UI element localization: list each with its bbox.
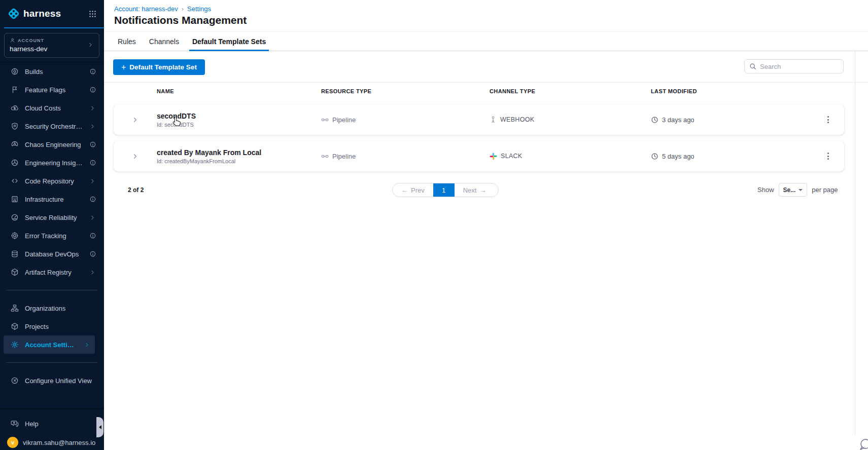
sidebar-item-label: Projects (25, 323, 96, 330)
sidebar-item-label: Chaos Engineering (25, 141, 83, 148)
artifact-registry-icon (10, 268, 19, 277)
sidebar-item-error-tracking[interactable]: Error Tracking (0, 227, 104, 245)
template-set-id: Id: secondDTS (157, 122, 321, 128)
kebab-menu-button[interactable] (824, 149, 832, 163)
expand-chevron-icon[interactable] (114, 116, 157, 124)
info-icon[interactable] (89, 196, 96, 203)
sidebar-item-label: Security Orchestrat... (25, 123, 83, 130)
toolbar: + Default Template Set (104, 52, 868, 82)
last-modified-label: 3 days ago (662, 116, 695, 124)
cloud-costs-icon (10, 104, 19, 113)
info-icon[interactable] (89, 68, 96, 76)
tab-channels[interactable]: Channels (149, 32, 179, 51)
main-content: Account: harness-dev › Settings Notifica… (104, 0, 868, 450)
sidebar-collapse-handle[interactable] (96, 417, 103, 437)
page-number-button[interactable]: 1 (433, 183, 455, 197)
sidebar-item-label: Engineering Insights (25, 159, 83, 167)
sidebar-item-code-repository[interactable]: Code Repository (0, 172, 104, 190)
sidebar-item-cloud-costs[interactable]: Cloud Costs (0, 99, 104, 117)
resource-type-cell: Pipeline (321, 153, 490, 160)
chevron-right-icon (89, 214, 96, 221)
search-box[interactable] (744, 59, 844, 73)
kebab-menu-button[interactable] (824, 113, 832, 126)
tab-default-template-sets[interactable]: Default Template Sets (192, 32, 266, 51)
search-input[interactable] (760, 63, 849, 70)
chevron-right-icon (87, 41, 94, 50)
sidebar-item-infrastructure[interactable]: Infrastructure (0, 190, 104, 208)
account-icon (10, 38, 15, 43)
sidebar-item-configure-unified-view[interactable]: Configure Unified View (0, 371, 104, 390)
page-size-select[interactable]: Se... (779, 183, 808, 197)
sidebar-item-artifact-registry[interactable]: Artifact Registry (0, 263, 104, 281)
table-row[interactable]: secondDTS Id: secondDTS Pipeline WEBHOOK… (114, 104, 844, 135)
service-reliability-icon (10, 213, 19, 222)
sidebar-footer: Help v vikram.sahu@harness.io (0, 408, 104, 450)
resource-type-label: Pipeline (332, 116, 356, 124)
sidebar-item-builds[interactable]: Builds (0, 62, 104, 81)
pagination-pill: ← Prev 1 Next → (392, 183, 499, 197)
collapse-arrow-icon (99, 425, 101, 429)
sidebar-item-organizations[interactable]: Organizations (0, 299, 104, 317)
column-header-name: NAME (157, 88, 321, 94)
channel-type-cell: SLACK (490, 153, 651, 160)
page-size-control: Show Se... per page (757, 183, 838, 197)
breadcrumb-settings-link[interactable]: Settings (187, 5, 211, 13)
user-profile-row[interactable]: v vikram.sahu@harness.io (0, 437, 104, 448)
sidebar-item-label: Builds (25, 68, 83, 76)
template-set-name: created By Mayank From Local (157, 148, 321, 157)
sidebar-item-engineering-insights[interactable]: Engineering Insights (0, 154, 104, 172)
info-icon[interactable] (89, 86, 96, 94)
info-icon[interactable] (89, 232, 96, 240)
app-root: harness ACCOUNT harness-dev Builds (0, 0, 868, 450)
sidebar-item-projects[interactable]: Projects (0, 317, 104, 335)
chevron-right-icon (89, 123, 96, 130)
name-cell: secondDTS Id: secondDTS (157, 112, 321, 128)
resource-type-cell: Pipeline (321, 116, 490, 124)
sidebar-item-label: Help (25, 420, 96, 428)
template-set-id: Id: createdByMayankFromLocal (157, 158, 321, 164)
sidebar-item-chaos-engineering[interactable]: Chaos Engineering (0, 135, 104, 154)
user-email: vikram.sahu@harness.io (23, 439, 95, 446)
plus-icon: + (121, 63, 126, 71)
arrow-left-icon: ← (401, 186, 408, 194)
prev-page-button[interactable]: ← Prev (393, 183, 433, 197)
search-icon (749, 63, 756, 70)
expand-chevron-icon[interactable] (114, 153, 157, 160)
gear-icon (10, 341, 19, 349)
sidebar-item-label: Cloud Costs (25, 104, 83, 112)
account-label: ACCOUNT (18, 38, 44, 43)
info-icon[interactable] (89, 141, 96, 148)
scope-nav: Organizations Projects Account Settings (0, 299, 104, 354)
chat-bubble-icon[interactable] (855, 436, 868, 450)
apps-grid-icon[interactable] (88, 10, 97, 18)
infrastructure-icon (10, 195, 19, 204)
tab-rules[interactable]: Rules (118, 32, 136, 51)
next-page-button[interactable]: Next → (455, 183, 495, 197)
sidebar-item-security-orchestration[interactable]: Security Orchestrat... (0, 117, 104, 135)
info-icon[interactable] (89, 159, 96, 167)
pagination-count: 2 of 2 (128, 186, 144, 194)
logo-row: harness (0, 0, 104, 27)
sidebar-item-database-devops[interactable]: Database DevOps (0, 245, 104, 263)
sidebar-item-feature-flags[interactable]: Feature Flags (0, 81, 104, 99)
column-header-resource-type: RESOURCE TYPE (321, 88, 490, 94)
breadcrumb-account-link[interactable]: Account: harness-dev (114, 5, 178, 13)
resource-type-label: Pipeline (332, 153, 356, 160)
pipeline-icon (321, 153, 329, 160)
feature-flags-icon (10, 86, 19, 94)
sidebar-item-help[interactable]: Help (0, 417, 104, 431)
sidebar-item-service-reliability[interactable]: Service Reliability (0, 208, 104, 227)
page-size-value: Se... (783, 186, 796, 194)
info-icon[interactable] (89, 250, 96, 258)
slack-icon (490, 153, 497, 160)
account-scope-card[interactable]: ACCOUNT harness-dev (4, 33, 99, 58)
avatar[interactable]: v (7, 437, 18, 448)
account-scope-label-row: ACCOUNT (10, 38, 94, 43)
last-modified-cell: 3 days ago (651, 116, 812, 124)
sidebar-item-account-settings[interactable]: Account Settings (4, 335, 95, 354)
harness-logo-icon[interactable] (7, 7, 20, 20)
chevron-right-icon (89, 177, 96, 185)
last-modified-label: 5 days ago (662, 153, 695, 160)
new-default-template-set-button[interactable]: + Default Template Set (113, 59, 205, 75)
table-row[interactable]: created By Mayank From Local Id: created… (114, 141, 844, 171)
